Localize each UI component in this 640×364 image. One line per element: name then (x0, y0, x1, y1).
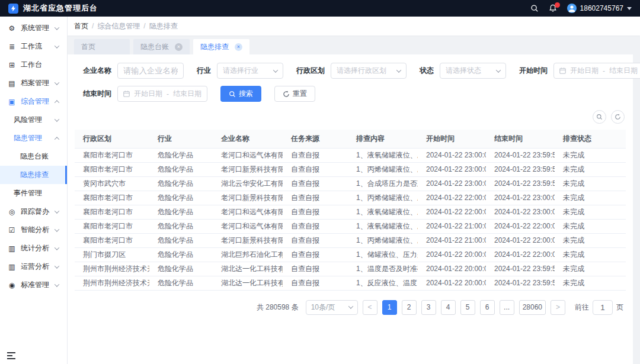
region-select[interactable]: 请选择行政区划 (331, 63, 407, 79)
table-cell: 2024-01-22 22:00:00 (418, 191, 486, 205)
sidebar-item-tracking-supervision[interactable]: ◎跟踪督办 (0, 202, 67, 221)
sidebar-item-label: 综合管理 (21, 96, 49, 107)
sidebar-item-system-management[interactable]: ⚙系统管理 (0, 19, 67, 37)
page-size-select[interactable]: 10条/页 (306, 300, 358, 315)
chevron-down-icon (348, 304, 353, 308)
notification-bell-icon[interactable] (549, 4, 558, 13)
page-button-4[interactable]: 4 (441, 300, 456, 315)
table-cell: 2024-01-22 22:00:00 (486, 247, 555, 262)
chevron-down-icon (627, 7, 632, 10)
avatar (567, 4, 577, 13)
table-cell: 2024-01-22 22:00:00 (486, 233, 555, 247)
chevron-down-icon (55, 43, 59, 48)
table-body: 襄阳市老河口市危险化学品老河口和远气体有限公司自查自报1、液氧储罐液位、压力..… (75, 148, 626, 290)
table-row: 荆州市荆州经济技术开发区危险化学品湖北达一化工科技有限公司自查自报1、温度是否及… (75, 262, 626, 276)
table-cell: 危险化学品 (149, 162, 213, 176)
table-cell: 自查自报 (283, 205, 348, 219)
table-cell: 2024-01-22 23:00:00 (486, 191, 555, 205)
table-refresh-button[interactable] (611, 110, 625, 124)
search-icon[interactable] (530, 4, 539, 13)
sidebar-item-hidden-danger-ledger[interactable]: 隐患台账 (0, 147, 67, 166)
table-cell: 2024-01-22 23:59:59 (486, 176, 555, 191)
sidebar-item-standard-management[interactable]: ◉标准管理 (0, 276, 67, 294)
page-buttons: 123456...28060 (382, 300, 546, 315)
page-button-2[interactable]: 2 (402, 300, 417, 315)
user-menu[interactable]: 18602745767 (567, 4, 632, 13)
table-cell: 危险化学品 (149, 262, 213, 276)
page-button-3[interactable]: 3 (421, 300, 436, 315)
prev-page-button[interactable]: < (363, 300, 377, 315)
page-button-6[interactable]: 6 (480, 300, 495, 315)
table-cell: 老河口新景科技有限责任... (213, 191, 283, 205)
table-cell: 2024-01-22 23:00:00 (418, 176, 486, 191)
notification-badge (555, 2, 560, 8)
sidebar-item-hidden-danger-inspection[interactable]: 隐患排查 (0, 166, 67, 184)
chevron-down-icon (55, 25, 59, 30)
table-search-button[interactable] (593, 110, 606, 124)
sidebar-item-intelligent-analysis[interactable]: ☑智能分析 (0, 221, 67, 239)
table-cell: 老河口和远气体有限公司 (213, 205, 283, 219)
table-row: 襄阳市老河口市危险化学品老河口新景科技有限责任...自查自报1、丙烯储罐液位、压… (75, 162, 626, 176)
table-cell: 未完成 (555, 191, 626, 205)
pager-ellipsis[interactable]: ... (500, 300, 514, 315)
breadcrumb-item[interactable]: 隐患排查 (149, 21, 178, 31)
table-cell: 自查自报 (283, 233, 348, 247)
table-cell: 湖北达一化工科技有限公司 (213, 276, 283, 290)
page-button-5[interactable]: 5 (460, 300, 475, 315)
tab-home[interactable]: 首页 (74, 39, 130, 54)
app-window: 湖北省应急管理后台 18602745767 ⚙系统管理≣工作流⊞工作台▤档案管理… (0, 0, 640, 364)
table-cell: 1、液氧储罐液位、压力... (348, 205, 418, 219)
column-header: 行政区划 (75, 130, 149, 148)
table-cell: 2024-01-22 20:00:00 (418, 262, 486, 276)
tab-hidden-danger-ledger[interactable]: 隐患台账× (133, 39, 190, 54)
search-button[interactable]: 搜索 (220, 86, 261, 102)
content-card: 企业名称 行业 请选择行业 行政区划 (68, 54, 633, 364)
filter-status: 状态 请选择状态 (420, 63, 506, 79)
archive-icon: ▤ (8, 79, 16, 88)
sidebar-item-comprehensive-management[interactable]: ▣综合管理 (0, 92, 67, 111)
end-date-placeholder: 结束日期 (609, 66, 638, 76)
reset-button[interactable]: 重置 (274, 86, 315, 102)
close-icon[interactable]: × (235, 43, 242, 51)
table-cell: 2024-01-22 22:00:00 (486, 219, 555, 233)
inspection-table: 行政区划行业企业名称任务来源排查内容开始时间结束时间排查状态 襄阳市老河口市危险… (75, 130, 626, 291)
tab-hidden-danger-inspection[interactable]: 隐患排查× (193, 39, 249, 54)
table-toolbar (75, 109, 626, 130)
end-time-range-picker[interactable]: 开始日期 - 结束日期 (117, 86, 207, 102)
close-icon[interactable]: × (175, 43, 183, 51)
table-row: 黄冈市武穴市危险化学品湖北云华安化工有限公司自查自报1、合成塔压力是否正常...… (75, 176, 626, 191)
page-button-28060[interactable]: 28060 (519, 300, 546, 315)
sidebar-item-risk-management[interactable]: 风险管理 (0, 111, 67, 129)
table-header-row: 行政区划行业企业名称任务来源排查内容开始时间结束时间排查状态 (75, 130, 626, 148)
table-cell: 襄阳市老河口市 (75, 233, 149, 247)
page-button-1[interactable]: 1 (382, 300, 397, 315)
lightning-bolt-icon (10, 5, 17, 12)
sidebar-item-label: 隐患排查 (20, 170, 49, 180)
search-icon (229, 91, 236, 98)
sidebar-item-event-management[interactable]: 事件管理 (0, 184, 67, 202)
breadcrumb-item[interactable]: 综合信息管理 (97, 21, 140, 31)
status-select[interactable]: 请选择状态 (440, 63, 506, 79)
table-cell: 未完成 (555, 262, 626, 276)
sidebar-item-workflow[interactable]: ≣工作流 (0, 37, 67, 56)
company-name-input[interactable] (117, 63, 184, 79)
filter-industry: 行业 请选择行业 (197, 63, 283, 79)
table-row: 荆州市荆州经济技术开发区危险化学品湖北达一化工科技有限公司自查自报1、反应液位、… (75, 276, 626, 290)
sidebar-item-statistical-analysis[interactable]: ▥统计分析 (0, 239, 67, 257)
collapse-sidebar-icon[interactable] (7, 352, 15, 359)
jump-page-input[interactable] (593, 300, 613, 315)
table-cell: 危险化学品 (149, 176, 213, 191)
table-cell: 2024-01-22 23:00:00 (418, 162, 486, 176)
sidebar-item-workbench[interactable]: ⊞工作台 (0, 56, 67, 74)
sidebar-item-label: 档案管理 (21, 78, 49, 88)
next-page-button[interactable]: > (551, 300, 565, 315)
region-select-placeholder: 请选择行政区划 (337, 66, 386, 76)
sidebar-item-hidden-danger-management[interactable]: 隐患管理 (0, 129, 67, 147)
table-cell: 襄阳市老河口市 (75, 148, 149, 162)
industry-select[interactable]: 请选择行业 (217, 63, 283, 79)
start-time-range-picker[interactable]: 开始日期 - 结束日期 (553, 63, 640, 79)
breadcrumb-item[interactable]: 首页 (74, 21, 88, 31)
table-cell: 自查自报 (283, 219, 348, 233)
sidebar-item-operation-analysis[interactable]: ▥运营分析 (0, 257, 67, 276)
sidebar-item-archive-management[interactable]: ▤档案管理 (0, 74, 67, 92)
